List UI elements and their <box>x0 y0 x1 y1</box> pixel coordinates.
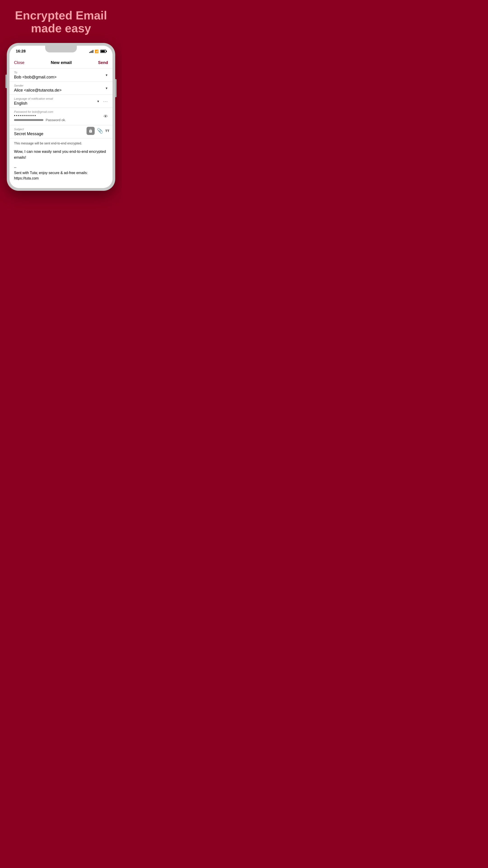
sender-value: Alice <alice@tutanota.de> <box>14 88 108 93</box>
subject-field[interactable]: Subject Secret Message 📎 TT <box>9 125 112 138</box>
font-size-icon[interactable]: TT <box>105 129 109 133</box>
subject-icons: 📎 TT <box>87 127 109 135</box>
password-status: Password ok. <box>46 118 66 122</box>
email-compose: Close New email Send To Bob <bob@gmail.c… <box>9 57 112 188</box>
attach-icon[interactable]: 📎 <box>97 128 103 134</box>
language-value: English <box>14 101 108 106</box>
close-button[interactable]: Close <box>14 60 24 65</box>
battery-icon <box>100 50 106 53</box>
sender-label: Sender <box>14 84 108 87</box>
status-bar: 16:28 📶 <box>9 46 112 57</box>
wifi-icon: 📶 <box>95 50 98 53</box>
password-label: Password for bob@gmail.com <box>14 110 108 114</box>
encrypted-notice: This message will be sent end-to-end enc… <box>14 142 108 145</box>
hero-line1: Encrypted Email <box>15 9 107 22</box>
hero-line2: made easy <box>31 22 91 35</box>
sender-field[interactable]: Sender Alice <alice@tutanota.de> ▼ <box>9 82 112 95</box>
phone-shell: 16:28 📶 Close New email Send To <box>7 43 115 191</box>
notch <box>45 46 77 53</box>
language-actions: ▼ ··· <box>97 99 108 103</box>
compose-title: New email <box>51 60 72 65</box>
show-password-icon[interactable]: 👁 <box>103 114 108 119</box>
signal-icon <box>89 50 93 53</box>
language-label: Language of notification email <box>14 97 108 100</box>
hero-section: Encrypted Email made easy <box>10 9 111 35</box>
language-dropdown-icon[interactable]: ▼ <box>97 99 100 103</box>
status-icons: 📶 <box>89 50 106 53</box>
to-field[interactable]: To Bob <bob@gmail.com> ▼ <box>9 68 112 82</box>
to-value: Bob <bob@gmail.com> <box>14 75 108 80</box>
send-button[interactable]: Send <box>98 60 108 65</box>
encrypt-button[interactable] <box>87 127 95 135</box>
strength-bar <box>14 119 43 121</box>
email-body[interactable]: This message will be sent end-to-end enc… <box>9 138 112 188</box>
to-dropdown-icon[interactable]: ▼ <box>105 73 108 76</box>
to-label: To <box>14 71 108 74</box>
compose-header: Close New email Send <box>9 57 112 68</box>
language-more-icon[interactable]: ··· <box>103 99 108 103</box>
password-strength: Password ok. <box>14 118 108 122</box>
password-value: ●●●●●●●●●●● <box>14 114 108 117</box>
body-text: Wow, I can now easily send you end-to-en… <box>14 149 108 160</box>
password-field[interactable]: Password for bob@gmail.com ●●●●●●●●●●● P… <box>9 108 112 125</box>
sender-dropdown-icon[interactable]: ▼ <box>105 86 108 90</box>
email-signature: -- Sent with Tuta; enjoy secure & ad-fre… <box>14 165 108 181</box>
phone-screen: 16:28 📶 Close New email Send To <box>9 46 112 188</box>
lock-icon <box>89 129 93 133</box>
status-time: 16:28 <box>16 49 26 54</box>
language-field[interactable]: Language of notification email English ▼… <box>9 95 112 108</box>
